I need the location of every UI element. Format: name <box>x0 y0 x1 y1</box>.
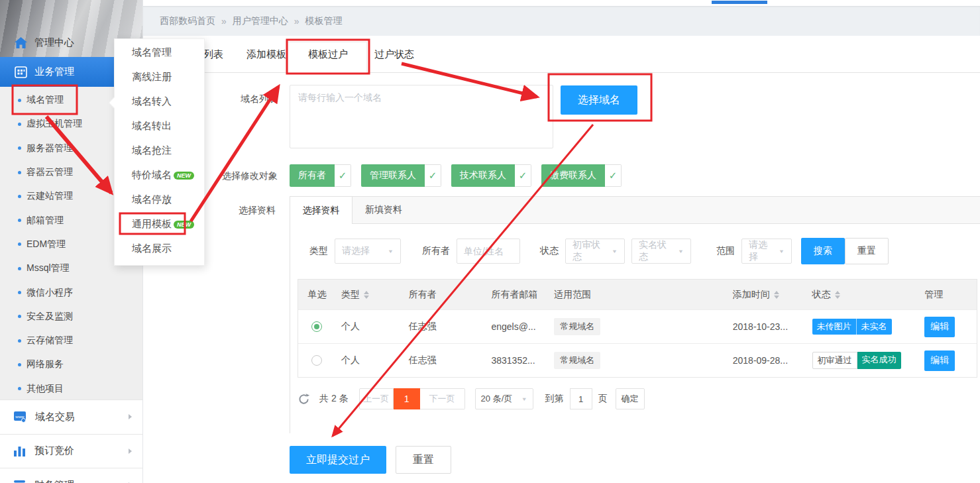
check-icon: ✓ <box>605 164 622 187</box>
confirm-page-button[interactable]: 确定 <box>616 388 645 409</box>
next-page-button[interactable]: 下一页 <box>420 388 465 409</box>
sidebar-item-other[interactable]: 其他项目 <box>0 377 142 401</box>
sidebar-home-label: 管理中心 <box>34 36 74 49</box>
toggle-tech-contact[interactable]: 技术联系人 ✓ <box>451 164 531 187</box>
total-count: 共 2 条 <box>319 393 349 405</box>
sidebar-item-wechat[interactable]: 微信小程序 <box>0 280 142 304</box>
flyout-item-special-price[interactable]: 特价域名NEW <box>115 163 204 188</box>
owner-input[interactable] <box>464 246 513 256</box>
template-table: 单选 类型 所有者 所有者邮箱 适用范围 添加时间 状态 管理 个人 任志强 e… <box>298 279 977 378</box>
refresh-icon[interactable] <box>298 393 310 405</box>
sidebar-item-security[interactable]: 安全及监测 <box>0 305 142 329</box>
sidebar-item-domain-trade[interactable]: www 域名交易 <box>0 400 142 434</box>
owner-input-wrap <box>457 239 520 264</box>
search-button[interactable]: 搜索 <box>801 238 845 264</box>
chevron-down-icon: ▼ <box>779 248 785 254</box>
domain-flyout-menu: 域名管理 离线注册 域名转入 域名转出 域名抢注 特价域名NEW 域名停放 通用… <box>114 38 205 266</box>
tab-select-profile[interactable]: 选择资料 <box>290 197 353 224</box>
pagination: 共 2 条 上一页 1 下一页 20 条/页 ▼ 到第 页 确定 <box>298 388 980 409</box>
bullet-icon <box>18 267 21 270</box>
select-domain-button[interactable]: 选择域名 <box>561 85 637 115</box>
type-select[interactable]: 请选择 ▼ <box>335 239 401 264</box>
range-select[interactable]: 请选择 ▼ <box>741 239 792 264</box>
radio-unselected[interactable] <box>311 355 322 366</box>
breadcrumb-template-mgmt: 模板管理 <box>305 15 343 27</box>
prev-page-button[interactable]: 上一页 <box>359 388 394 409</box>
www-browser-icon: www <box>13 411 27 423</box>
table-header-row: 单选 类型 所有者 所有者邮箱 适用范围 添加时间 状态 管理 <box>298 280 977 309</box>
bullet-icon <box>18 219 21 222</box>
page-size-select[interactable]: 20 条/页 ▼ <box>475 388 533 409</box>
current-page-button[interactable]: 1 <box>394 388 420 409</box>
table-row: 个人 任志强 3831352... 常规域名 2018-09-28... 初审通… <box>298 343 977 377</box>
flyout-item-transfer-out[interactable]: 域名转出 <box>115 114 204 138</box>
bullet-icon <box>18 339 21 343</box>
col-status[interactable]: 状态 <box>812 289 925 301</box>
modify-target-toggles: 所有者 ✓ 管理联系人 ✓ 技术联系人 ✓ 缴费联系人 ✓ <box>290 164 622 187</box>
tab-list[interactable]: 列表 <box>203 36 223 73</box>
bullet-icon <box>18 123 21 126</box>
edit-button[interactable]: 编辑 <box>924 350 955 371</box>
sidebar-item-finance[interactable]: 财务管理 <box>0 468 142 483</box>
check-icon: ✓ <box>335 164 351 187</box>
edit-button[interactable]: 编辑 <box>924 317 955 337</box>
flyout-item-common-template[interactable]: 通用模板NEW <box>115 212 204 237</box>
goto-page-input[interactable] <box>570 388 592 409</box>
flyout-item-transfer-in[interactable]: 域名转入 <box>115 89 204 114</box>
submit-transfer-button[interactable]: 立即提交过户 <box>290 446 386 474</box>
coins-stack-icon <box>13 480 26 483</box>
tab-add-template[interactable]: 添加模板 <box>246 36 286 73</box>
realname-status-select[interactable]: 实名状态 ▼ <box>631 239 691 264</box>
radio-selected[interactable] <box>311 321 322 332</box>
flyout-item-domain-mgmt[interactable]: 域名管理 <box>115 40 204 65</box>
sidebar-business-label: 业务管理 <box>34 66 74 78</box>
bullet-icon <box>18 99 21 102</box>
col-type[interactable]: 类型 <box>336 289 402 301</box>
sort-icon[interactable] <box>364 291 369 299</box>
status-badge: 初审通过 <box>812 352 857 369</box>
bullet-icon <box>18 291 21 294</box>
tab-transfer-status[interactable]: 过户状态 <box>374 36 414 73</box>
flyout-item-domain-display[interactable]: 域名展示 <box>115 237 204 261</box>
profile-panel: 选择资料 新填资料 类型 请选择 ▼ 所有者 状态 初审状态 ▼ 实名状态 ▼ … <box>290 196 980 433</box>
svg-text:www: www <box>15 414 25 419</box>
col-owner-email: 所有者邮箱 <box>491 289 554 301</box>
chevron-down-icon: ▼ <box>678 248 684 254</box>
calendar-grid-icon <box>15 66 27 78</box>
breadcrumb-separator-icon: » <box>294 16 299 27</box>
col-select: 单选 <box>298 289 336 301</box>
sidebar-item-home[interactable]: 管理中心 <box>15 36 74 49</box>
toggle-billing-contact[interactable]: 缴费联系人 ✓ <box>541 164 622 187</box>
tab-template-transfer[interactable]: 模板过户 <box>308 36 348 73</box>
top-strip <box>143 0 980 6</box>
status-badge: 未传图片 <box>812 319 857 335</box>
goto-label: 到第 <box>545 393 564 405</box>
breadcrumb-user-center[interactable]: 用户管理中心 <box>233 15 288 27</box>
status-badge: 实名成功 <box>857 352 901 369</box>
sidebar-item-cloudstorage[interactable]: 云存储管理 <box>0 329 142 352</box>
audit-status-select[interactable]: 初审状态 ▼ <box>565 239 625 264</box>
check-icon: ✓ <box>515 164 531 187</box>
check-icon: ✓ <box>425 164 441 187</box>
filter-reset-button[interactable]: 重置 <box>845 238 889 264</box>
owner-label: 所有者 <box>422 245 450 257</box>
col-date[interactable]: 添加时间 <box>733 289 812 301</box>
toggle-admin-contact[interactable]: 管理联系人 ✓ <box>361 164 441 187</box>
flyout-item-backorder[interactable]: 域名抢注 <box>115 138 204 163</box>
sidebar-item-network[interactable]: 网络服务 <box>0 352 142 376</box>
form-reset-button[interactable]: 重置 <box>396 446 451 474</box>
sort-icon[interactable] <box>774 291 779 299</box>
sort-icon[interactable] <box>835 291 840 299</box>
filter-bar: 类型 请选择 ▼ 所有者 状态 初审状态 ▼ 实名状态 ▼ 范围 请选择 ▼ 搜… <box>309 238 980 264</box>
flyout-item-offline-reg[interactable]: 离线注册 <box>115 65 204 89</box>
new-badge: NEW <box>174 221 194 229</box>
domain-list-textarea[interactable] <box>290 85 553 148</box>
breadcrumb-separator-icon: » <box>221 16 227 27</box>
col-manage: 管理 <box>924 289 977 301</box>
sidebar-item-auction[interactable]: 预订竞价 <box>0 434 142 468</box>
toggle-owner[interactable]: 所有者 ✓ <box>290 164 351 187</box>
chevron-right-icon <box>129 414 132 419</box>
flyout-item-parking[interactable]: 域名停放 <box>115 188 204 212</box>
breadcrumb-home[interactable]: 西部数码首页 <box>160 15 215 27</box>
tab-new-profile[interactable]: 新填资料 <box>353 197 415 223</box>
